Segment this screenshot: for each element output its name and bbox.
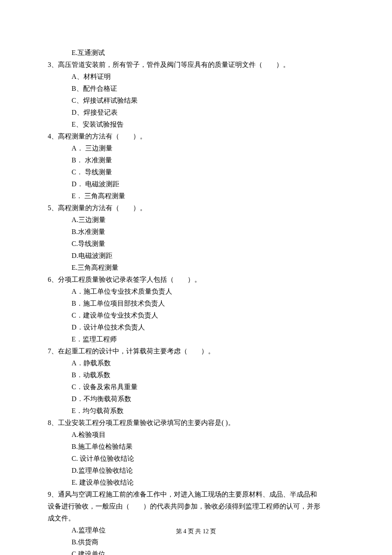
option: A．静载系数 <box>48 357 344 369</box>
option: E． 三角高程测量 <box>48 190 344 202</box>
option: A.检验项目 <box>48 429 344 441</box>
prev-option: E.互通测试 <box>48 47 344 59</box>
question-continuation: 成文件。 <box>48 512 344 524</box>
option: C．建设单位专业技术负责人 <box>48 309 344 321</box>
option: B、配件合格证 <box>48 83 344 95</box>
question-6: 6、分项工程质量验收记录表签字人包括（ ）。 <box>48 274 344 286</box>
option: C.导线测量 <box>48 238 344 250</box>
option: B． 水准测量 <box>48 154 344 166</box>
option: A． 三边测量 <box>48 142 344 154</box>
question-text: 9、通风与空调工程施工前的准备工作中，对进入施工现场的主要原材料、成品、半成品和 <box>48 491 317 498</box>
option: E. 建设单位验收结论 <box>48 477 344 489</box>
option: B．施工单位项目部技术负责人 <box>48 298 344 309</box>
question-4: 4、高程测量的方法有（ ）。 <box>48 130 344 142</box>
option: B．动载系数 <box>48 369 344 381</box>
question-3: 3、高压管道安装前，所有管子，管件及阀门等应具有的质量证明文件（ ）。 <box>48 59 344 71</box>
question-text: 3、高压管道安装前，所有管子，管件及阀门等应具有的质量证明文件（ ）。 <box>48 61 290 68</box>
option: B.水准测量 <box>48 226 344 238</box>
option: A.三边测量 <box>48 214 344 226</box>
option: A、材料证明 <box>48 71 344 83</box>
option: A．施工单位专业技术质量负责人 <box>48 286 344 298</box>
option: E、安装试验报告 <box>48 119 344 130</box>
option: C、焊接试样试验结果 <box>48 95 344 107</box>
option: C.建设单位 <box>48 548 344 555</box>
page-footer: 第 4 页 共 12 页 <box>0 526 392 537</box>
option: B.施工单位检验结果 <box>48 441 344 453</box>
question-text: 6、分项工程质量验收记录表签字人包括（ ）。 <box>48 276 201 283</box>
option: D． 电磁波测距 <box>48 178 344 190</box>
question-text: 8、工业安装工程分项工程质量验收记录填写的主要内容是( )。 <box>48 419 235 426</box>
option: E．监理工程师 <box>48 333 344 345</box>
option: C． 导线测量 <box>48 166 344 178</box>
question-continuation: 设备进行验收，一般应由（ ）的代表共同参加，验收必须得到监理工程师的认可，并形 <box>48 500 344 512</box>
option: B.供货商 <box>48 536 344 548</box>
option: C. 设计单位验收结论 <box>48 453 344 465</box>
document-content: E.互通测试 3、高压管道安装前，所有管子，管件及阀门等应具有的质量证明文件（ … <box>0 0 392 555</box>
question-9: 9、通风与空调工程施工前的准备工作中，对进入施工现场的主要原材料、成品、半成品和 <box>48 489 344 500</box>
question-text: 7、在起重工程的设计中，计算载荷主要考虑（ ）。 <box>48 347 215 355</box>
option: D.电磁波测距 <box>48 250 344 262</box>
question-text: 5、高程测量的方法有（ ）。 <box>48 204 147 211</box>
option: C．设备及索吊具重量 <box>48 381 344 393</box>
option: D．不均衡载荷系数 <box>48 393 344 405</box>
question-5: 5、高程测量的方法有（ ）。 <box>48 202 344 214</box>
option: E.三角高程测量 <box>48 262 344 274</box>
option: D.监理单位验收结论 <box>48 465 344 477</box>
option: E．均匀载荷系数 <box>48 405 344 417</box>
option: D．设计单位技术负责人 <box>48 321 344 333</box>
question-text: 4、高程测量的方法有（ ）。 <box>48 133 147 140</box>
option: D、焊接登记表 <box>48 107 344 119</box>
question-8: 8、工业安装工程分项工程质量验收记录填写的主要内容是( )。 <box>48 417 344 429</box>
question-7: 7、在起重工程的设计中，计算载荷主要考虑（ ）。 <box>48 345 344 357</box>
